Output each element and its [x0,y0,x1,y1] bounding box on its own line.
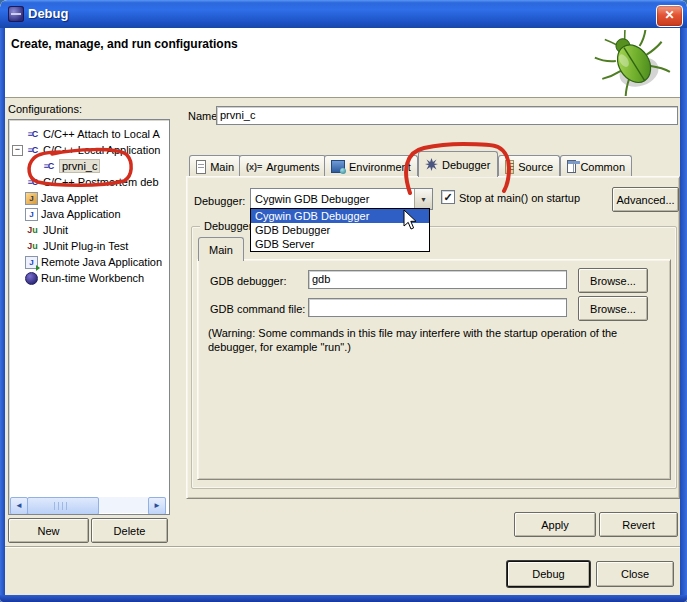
warning-text: (Warning: Some commands in this file may… [208,326,660,354]
tree-item-java-applet[interactable]: J Java Applet [9,190,170,206]
tree-item-java-application[interactable]: J Java Application [9,206,170,222]
tree-item-cpp-attach[interactable]: ≡C C/C++ Attach to Local A [9,126,170,142]
scroll-right-icon[interactable]: ► [148,497,166,515]
window-title: Debug [28,6,68,21]
advanced-button[interactable]: Advanced... [612,187,679,212]
workbench-globe-icon [25,272,38,285]
tab-environment[interactable]: Environment [324,155,418,177]
debug-button[interactable]: Debug [507,561,590,587]
tree-item-junit-plugin-test[interactable]: Ju JUnit Plug-in Test [9,238,170,254]
check-icon: ✓ [443,191,452,204]
dialog-subtitle: Create, manage, and run configurations [11,37,238,51]
chevron-down-icon[interactable]: ▼ [414,189,432,209]
tree-item-cpp-local[interactable]: − ≡C C/C++ Local Application [9,142,170,158]
tab-main[interactable]: Main [189,155,241,177]
debugger-combo[interactable]: Cygwin GDB Debugger ▼ [250,188,433,210]
collapse-icon[interactable]: − [12,145,23,156]
junit-plugin-icon: Ju [25,241,40,251]
scroll-left-icon[interactable]: ◄ [10,497,28,515]
stop-at-main-label: Stop at main() on startup [459,192,580,204]
document-icon [196,160,206,174]
browse-command-file-button[interactable]: Browse... [578,296,648,321]
remote-java-icon: J [25,256,38,269]
window-border-right [680,28,687,595]
tree-item-junit[interactable]: Ju JUnit [9,222,170,238]
tree-item-remote-java[interactable]: J Remote Java Application [9,254,170,270]
table-icon [567,160,576,173]
option-gdb-debugger[interactable]: GDB Debugger [251,223,429,237]
window-border-bottom [0,595,687,602]
source-icon [505,160,514,174]
tree-item-cpp-postmortem[interactable]: ≡C C/C++ Postmortem deb [9,174,170,190]
gdb-command-file-input[interactable] [308,298,567,317]
tree-item-prvni-c[interactable]: ≡C prvni_c [9,158,170,174]
title-bar: Debug ✕ [0,0,687,28]
subtab-main[interactable]: Main [198,237,244,261]
bug-icon [593,30,675,96]
tree-horizontal-scrollbar[interactable]: ◄ ► [10,497,166,513]
close-button[interactable]: Close [596,561,674,587]
debugger-combo-label: Debugger: [194,195,245,207]
tab-debugger[interactable]: Debugger [418,151,498,177]
option-cygwin-gdb[interactable]: Cygwin GDB Debugger [251,209,429,223]
configurations-tree: ≡C C/C++ Attach to Local A − ≡C C/C++ Lo… [8,119,170,515]
arguments-icon: (x)= [246,162,262,172]
option-gdb-server[interactable]: GDB Server [251,237,429,251]
debugger-combo-dropdown: Cygwin GDB Debugger GDB Debugger GDB Ser… [250,208,430,252]
debugger-bug-icon [425,158,438,171]
c-cpp-icon: ≡C [41,161,56,171]
separator [5,546,680,548]
junit-icon: Ju [25,225,40,235]
new-button[interactable]: New [8,518,89,543]
tab-common[interactable]: Common [560,155,632,177]
java-application-icon: J [25,208,38,221]
close-icon[interactable]: ✕ [656,5,683,27]
environment-icon [331,160,345,173]
c-cpp-icon: ≡C [25,145,40,155]
apply-button[interactable]: Apply [514,512,596,537]
c-cpp-icon: ≡C [25,177,40,187]
tab-arguments[interactable]: (x)= Arguments [239,155,326,177]
tree-item-runtime-workbench[interactable]: Run-time Workbench [9,270,170,286]
tab-source[interactable]: Source [498,155,560,177]
c-cpp-icon: ≡C [25,129,40,139]
scrollbar-thumb[interactable] [27,497,99,515]
window-border-left [0,28,5,595]
eclipse-icon [8,6,24,22]
gdb-command-file-label: GDB command file: [210,303,305,315]
browse-gdb-button[interactable]: Browse... [578,268,648,293]
header-banner: Create, manage, and run configurations [5,28,680,98]
delete-button[interactable]: Delete [91,518,168,543]
java-applet-icon: J [25,192,38,205]
debug-dialog-window: Debug ✕ Create, manage, and run configur… [0,0,687,602]
revert-button[interactable]: Revert [599,512,678,537]
gdb-debugger-input[interactable]: gdb [308,270,567,289]
configurations-label: Configurations: [8,103,82,115]
name-input[interactable]: prvni_c [216,106,678,125]
gdb-debugger-label: GDB debugger: [210,275,286,287]
stop-at-main-checkbox[interactable]: ✓ [441,190,455,204]
